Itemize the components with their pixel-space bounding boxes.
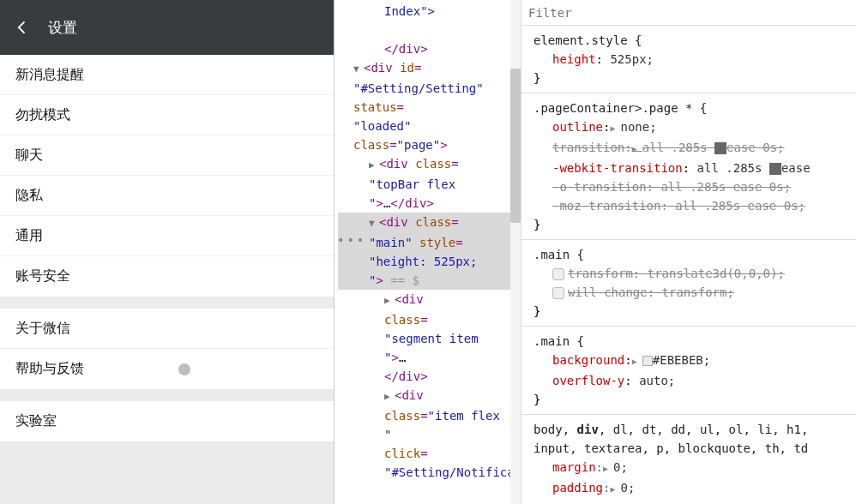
list-item-label: 勿扰模式: [15, 106, 70, 124]
dom-node: class="item flex: [338, 406, 517, 425]
css-rule[interactable]: .main { background:▶ #EBEBEB; overflow-y…: [521, 327, 856, 415]
dom-node[interactable]: ▶<div class=: [338, 154, 517, 175]
css-rule[interactable]: body, div, dl, dt, dd, ul, ol, li, h1, i…: [521, 415, 856, 504]
color-swatch-icon[interactable]: [642, 356, 653, 366]
list-item-label: 新消息提醒: [15, 66, 84, 84]
expand-arrow-icon[interactable]: ▶: [369, 156, 379, 175]
dom-node: "segment item: [338, 329, 517, 348]
status-dot-icon: [178, 363, 190, 375]
css-brace: }: [533, 69, 847, 87]
checkbox-icon[interactable]: [552, 287, 564, 299]
dom-node: "topBar flex: [338, 175, 517, 194]
filter-bar: [521, 0, 856, 26]
dom-node-selected[interactable]: ▼<div class=: [338, 213, 517, 233]
css-selector: .pageContainer>.page * {: [533, 99, 847, 117]
expand-arrow-icon[interactable]: ▼: [369, 214, 379, 233]
dom-node: "loaded": [338, 117, 517, 135]
list-item-label: 帮助与反馈: [15, 360, 84, 378]
checkbox-icon[interactable]: [552, 268, 564, 280]
css-property[interactable]: outline:▶ none;: [533, 117, 847, 138]
dom-node[interactable]: Index">: [338, 2, 517, 21]
css-property[interactable]: overflow-y: auto;: [533, 371, 847, 390]
dom-node: "#Setting/Setting": [338, 79, 517, 98]
dom-node[interactable]: ▼<div id=: [338, 58, 517, 79]
dom-node: </div>: [338, 367, 517, 386]
bezier-icon[interactable]: [714, 142, 726, 154]
expand-arrow-icon[interactable]: ▶: [384, 387, 395, 406]
topbar: 设置: [0, 0, 334, 55]
dom-node: click=: [338, 444, 517, 463]
list-item[interactable]: 新消息提醒: [0, 55, 334, 95]
dom-node: status=: [338, 98, 517, 117]
css-selector: input, textarea, p, blockquote, th, td: [533, 439, 847, 458]
list-item[interactable]: 账号安全: [0, 256, 334, 297]
list-item-label: 账号安全: [15, 267, 70, 285]
filter-input[interactable]: [528, 3, 849, 21]
css-rule[interactable]: element.style { height: 525px; }: [521, 26, 856, 93]
segment: 关于微信 帮助与反馈: [0, 309, 334, 389]
dom-node: "#Setting/Notificati: [338, 463, 517, 482]
list-item[interactable]: 勿扰模式: [0, 95, 334, 135]
css-selector: body, div, dl, dt, dd, ul, ol, li, h1,: [533, 420, 847, 439]
list-item[interactable]: 通用: [0, 216, 334, 256]
expand-arrow-icon[interactable]: ▶: [384, 291, 395, 310]
list-item-label: 关于微信: [15, 320, 70, 338]
css-property[interactable]: -moz-transition: all .285s ease 0s;: [533, 196, 847, 215]
css-property[interactable]: background:▶ #EBEBEB;: [533, 351, 847, 371]
css-property[interactable]: transition:▶ all .285s ease 0s;: [533, 138, 847, 159]
dom-node: [338, 21, 517, 39]
dom-node-selected: "> == $: [338, 271, 517, 290]
css-property[interactable]: -webkit-transition: all .285s ease: [533, 159, 847, 177]
css-brace: }: [533, 390, 847, 409]
list-item[interactable]: 隐私: [0, 176, 334, 216]
settings-list: 新消息提醒 勿扰模式 聊天 隐私 通用 账号安全 关于微信 帮助与反馈 实验室: [0, 55, 334, 504]
dom-node: class=: [338, 310, 517, 329]
styles-pane: element.style { height: 525px; } .pageCo…: [521, 0, 856, 504]
dom-node: ">…</div>: [338, 194, 517, 213]
css-selector: .main {: [533, 245, 847, 264]
ellipsis-icon[interactable]: •••: [335, 233, 369, 247]
dom-node[interactable]: ▶<div: [338, 386, 517, 406]
css-brace: }: [533, 302, 847, 321]
segment-gap: [0, 297, 334, 309]
list-item-label: 实验室: [15, 412, 57, 430]
elements-pane[interactable]: ••• Index"> </div> ▼<div id= "#Setting/S…: [335, 0, 521, 504]
dom-node[interactable]: </div>: [338, 39, 517, 58]
css-property[interactable]: margin:▶ 0;: [533, 458, 847, 478]
dom-node: ": [338, 425, 517, 444]
list-item-label: 隐私: [15, 187, 43, 205]
css-selector: .main {: [533, 332, 847, 351]
css-brace: }: [533, 215, 847, 234]
css-property[interactable]: padding:▶ 0;: [533, 478, 847, 499]
bezier-icon[interactable]: [769, 163, 781, 175]
list-item-label: 聊天: [15, 147, 43, 165]
css-rule[interactable]: .pageContainer>.page * { outline:▶ none;…: [521, 93, 856, 240]
segment: 实验室: [0, 401, 334, 441]
css-selector: element.style {: [533, 31, 847, 50]
css-property[interactable]: transform: translate3d(0,0,0);: [533, 264, 847, 283]
dom-node: class="page">: [338, 135, 517, 154]
settings-app: 设置 新消息提醒 勿扰模式 聊天 隐私 通用 账号安全 关于微信 帮助与反馈 实…: [0, 0, 334, 504]
back-icon[interactable]: [14, 19, 31, 36]
expand-arrow-icon[interactable]: ▼: [353, 60, 364, 79]
segment-gap: [0, 389, 334, 401]
scrollbar-thumb[interactable]: [510, 69, 521, 223]
devtools: ••• Index"> </div> ▼<div id= "#Setting/S…: [334, 0, 856, 504]
list-item[interactable]: 聊天: [0, 135, 334, 176]
segment-gap: [0, 441, 334, 453]
css-rule[interactable]: .main { transform: translate3d(0,0,0); w…: [521, 240, 856, 327]
segment: 新消息提醒 勿扰模式 聊天 隐私 通用 账号安全: [0, 55, 334, 297]
list-item[interactable]: 关于微信: [0, 309, 334, 349]
css-property[interactable]: -o-transition: all .285s ease 0s;: [533, 177, 847, 196]
dom-node-selected: "height: 525px;: [338, 252, 517, 271]
scrollbar[interactable]: [510, 0, 521, 504]
css-property[interactable]: will-change: transform;: [533, 283, 847, 302]
css-property[interactable]: height: 525px;: [533, 50, 847, 69]
list-item[interactable]: 实验室: [0, 401, 334, 441]
dom-node: ">…: [338, 348, 517, 367]
list-item[interactable]: 帮助与反馈: [0, 349, 334, 389]
list-item-label: 通用: [15, 227, 43, 245]
page-title: 设置: [48, 18, 77, 38]
dom-node[interactable]: ▶<div: [338, 290, 517, 310]
